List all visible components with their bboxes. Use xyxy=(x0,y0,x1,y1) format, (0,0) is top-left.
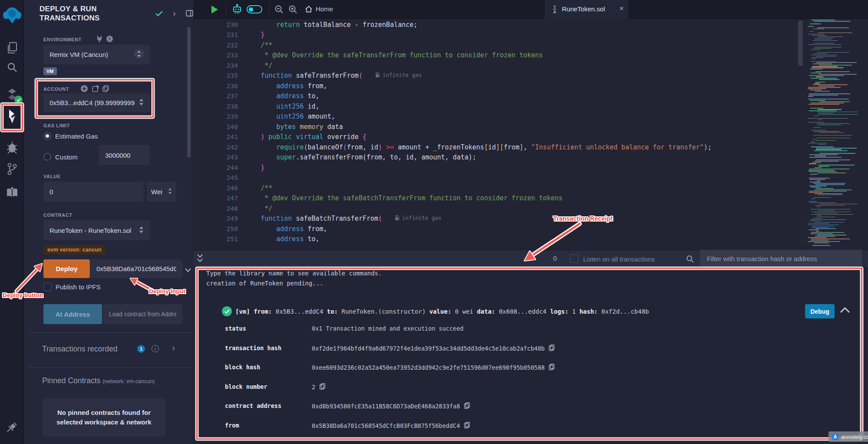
contract-label: CONTRACT xyxy=(43,212,73,218)
gas-limit-label: GAS LIMIT xyxy=(43,123,70,128)
search-icon[interactable] xyxy=(0,62,24,73)
transactions-expand-icon[interactable]: › xyxy=(172,342,175,353)
pinned-network-label: (network: vm-cancun) xyxy=(102,378,155,384)
at-address-input[interactable] xyxy=(103,304,182,324)
code-line: 232 /** xyxy=(193,40,868,50)
terminal-filter-input[interactable] xyxy=(700,250,862,267)
contract-stepper-icon[interactable] xyxy=(139,226,144,235)
receipt-row: block hash0xee6093d236c02a52a450ea73952d… xyxy=(193,364,868,372)
git-branch-icon[interactable] xyxy=(0,162,24,176)
plugin-manager-icon[interactable] xyxy=(0,421,24,433)
remix-logo-icon[interactable] xyxy=(0,6,24,24)
annotation-label-transaction-receipt: Transaction Receipt xyxy=(553,215,613,222)
ai-assistant-robot-icon[interactable] xyxy=(232,4,242,17)
environment-select[interactable]: Remix VM (Cancun) xyxy=(43,45,150,64)
copy-icon[interactable] xyxy=(464,402,470,410)
panel-next-icon[interactable]: › xyxy=(173,8,176,18)
code-line: 241 ) public virtual override { xyxy=(193,132,868,142)
code-editor[interactable]: 230 return totalBalance - frozenBalance;… xyxy=(193,19,868,250)
code-line: 230 return totalBalance - frozenBalance; xyxy=(193,20,868,30)
value-input[interactable] xyxy=(43,182,143,202)
home-icon xyxy=(305,5,313,13)
remix-ide-window: DEPLOY & RUN TRANSACTIONS › ENVIRONMENT … xyxy=(0,0,868,444)
editor-scrollbar[interactable] xyxy=(798,20,803,66)
plug-icon[interactable] xyxy=(96,35,102,44)
pin-panel-icon[interactable] xyxy=(186,10,193,18)
at-address-button[interactable]: At Address xyxy=(43,304,102,324)
line-number: 245 xyxy=(193,174,238,181)
ai-copilot-toggle[interactable] xyxy=(247,5,262,13)
panel-title: DEPLOY & RUN TRANSACTIONS xyxy=(40,4,100,23)
value-unit: Wei xyxy=(151,188,162,195)
receipt-row: status0x1 Transaction mined and executio… xyxy=(193,325,868,334)
expand-terminal-icon[interactable] xyxy=(197,253,203,265)
collapse-receipt-icon[interactable] xyxy=(840,307,850,315)
value-unit-stepper-icon[interactable] xyxy=(168,188,172,196)
environment-value: Remix VM (Cancun) xyxy=(50,51,108,58)
minimap[interactable] xyxy=(806,20,865,249)
panel-scrollbar[interactable] xyxy=(187,27,191,157)
environment-label: ENVIRONMENT xyxy=(43,37,82,42)
code-line: 233 * @dev Override the safeTransferFrom… xyxy=(193,50,868,61)
pinned-contracts-label: Pinned Contracts xyxy=(42,376,100,385)
learneth-icon[interactable] xyxy=(0,187,24,198)
line-number: 239 xyxy=(193,113,238,120)
divider xyxy=(28,332,193,333)
custom-gas-input[interactable] xyxy=(99,145,150,165)
copy-icon[interactable] xyxy=(464,422,470,430)
file-explorer-icon[interactable] xyxy=(0,42,24,54)
environment-stepper-icon[interactable] xyxy=(134,49,144,60)
listen-all-label: Listen on all transactions xyxy=(583,255,655,263)
deploy-and-run-icon[interactable] xyxy=(0,108,24,125)
copy-icon[interactable] xyxy=(320,383,325,391)
account-stepper-icon[interactable] xyxy=(139,98,144,107)
zoom-in-icon[interactable] xyxy=(288,5,297,16)
estimated-gas-radio[interactable] xyxy=(43,132,51,140)
line-number: 244 xyxy=(193,164,238,171)
custom-gas-radio[interactable] xyxy=(43,153,51,161)
add-account-icon[interactable] xyxy=(81,85,88,94)
account-select[interactable]: 0x5B3...eddC4 (99.99999999 xyxy=(43,93,150,112)
terminal-search-icon[interactable] xyxy=(686,255,694,265)
debug-button[interactable]: Debug xyxy=(805,304,835,318)
receipt-row-value: 0xd8b934580fcE35a11B58C6D73aDeE468a2833f… xyxy=(312,402,470,410)
receipt-row: contract address0xd8b934580fcE35a11B58C6… xyxy=(193,402,868,411)
receipt-row-value: 2 xyxy=(312,383,325,391)
transaction-count: 0 xyxy=(553,255,557,262)
value-unit-select[interactable]: Wei xyxy=(147,182,176,202)
deploy-input[interactable] xyxy=(90,259,182,278)
line-number: 247 xyxy=(193,195,238,202)
deploy-button[interactable]: Deploy xyxy=(43,259,90,278)
copy-icon[interactable] xyxy=(549,364,554,371)
compile-success-badge xyxy=(14,96,23,104)
publish-ipfs-checkbox[interactable] xyxy=(43,283,52,291)
environment-info-icon[interactable]: i xyxy=(106,36,113,42)
estimated-gas-label: Estimated Gas xyxy=(55,133,98,140)
receipt-row-value: 0xf2de1f964bfd4f9a6d67972f4e1dea39f53ac3… xyxy=(312,345,554,352)
run-script-icon[interactable] xyxy=(211,6,218,13)
receipt-row: transaction hash0xf2de1f964bfd4f9a6d6797… xyxy=(193,345,868,353)
debugger-icon[interactable] xyxy=(0,141,24,154)
account-value: 0x5B3...eddC4 (99.99999999 xyxy=(50,99,135,106)
contract-select[interactable]: RuneToken - RuneToken.sol xyxy=(43,220,150,240)
code-line: 236 address from, xyxy=(193,81,868,91)
transactions-info-icon[interactable]: i xyxy=(152,345,159,352)
home-tab[interactable]: Home xyxy=(305,5,313,15)
zoom-out-icon[interactable] xyxy=(274,5,284,16)
deploy-expand-icon[interactable] xyxy=(185,266,191,274)
line-number: 249 xyxy=(193,215,238,222)
tx-receipt-summary[interactable]: [vm] from: 0x5B3...eddC4 to: RuneToken.(… xyxy=(235,307,649,316)
line-number: 250 xyxy=(193,225,238,232)
copy-account-icon[interactable] xyxy=(102,85,109,94)
line-number: 233 xyxy=(193,52,238,59)
file-tab-runetoken[interactable]: RuneToken.sol ✕ xyxy=(544,0,629,19)
edit-account-icon[interactable] xyxy=(92,85,99,94)
line-number: 237 xyxy=(193,93,238,99)
receipt-row-key: from xyxy=(225,422,239,429)
receipt-row: block number2 xyxy=(193,383,868,392)
listen-all-checkbox[interactable] xyxy=(570,255,578,263)
close-tab-icon[interactable]: ✕ xyxy=(619,5,624,12)
code-line: 234 */ xyxy=(193,60,868,71)
copy-icon[interactable] xyxy=(549,345,554,352)
receipt-row: from0x5B38Da6a701c568545dCfcB03FcB875f56… xyxy=(193,422,868,431)
